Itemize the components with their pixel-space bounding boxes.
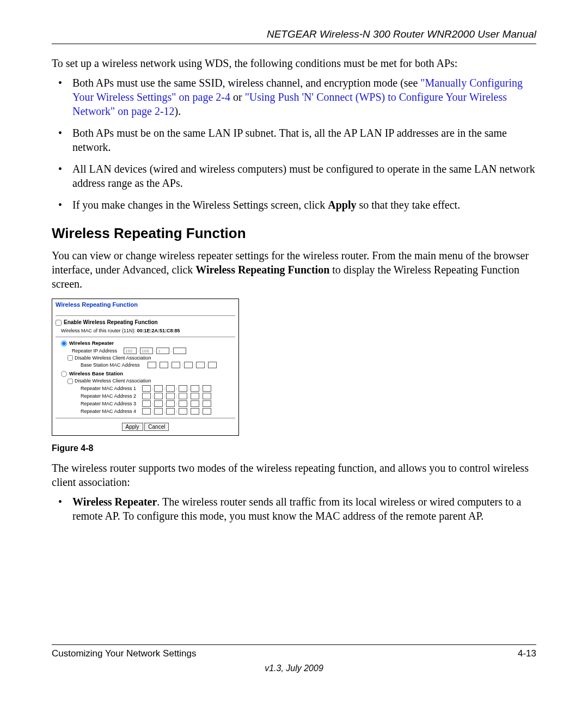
mac-input[interactable]: [154, 408, 163, 415]
bullet-text: Both APs must use the same SSID, wireles…: [72, 77, 420, 89]
mac-input[interactable]: [154, 400, 163, 407]
repeater-mac-row: Repeater MAC Address 1 : : : : :: [81, 385, 235, 392]
footer-version: v1.3, July 2009: [52, 664, 536, 673]
mac-input[interactable]: [191, 400, 199, 407]
repeater-mac-label: Repeater MAC Address 2: [81, 393, 139, 399]
mac-input[interactable]: [166, 393, 175, 399]
ip-octet-input[interactable]: [173, 348, 186, 354]
disable-assoc-label: Disable Wireless Client Association: [75, 378, 151, 384]
list-item: Both APs must be on the same LAN IP subn…: [52, 126, 536, 154]
mac-input[interactable]: [203, 400, 211, 407]
mac-input[interactable]: [208, 362, 217, 368]
mac-input[interactable]: [203, 408, 211, 415]
page-footer: Customizing Your Network Settings 4-13 v…: [52, 644, 536, 673]
section-paragraph: You can view or change wireless repeater…: [52, 248, 536, 291]
disable-assoc-checkbox[interactable]: [68, 379, 73, 384]
base-station-radio-row: Wireless Base Station: [61, 370, 235, 377]
colon-separator: :: [188, 386, 190, 391]
repeater-ip-label: Repeater IP Address: [72, 348, 121, 354]
ip-octet-input[interactable]: 192: [124, 348, 137, 354]
modes-list: Wireless Repeater. The wireless router s…: [52, 495, 536, 523]
mac-input[interactable]: [154, 393, 163, 399]
repeater-radio-label: Wireless Repeater: [69, 340, 114, 346]
ip-octet-input[interactable]: 1: [156, 348, 169, 354]
colon-separator: :: [175, 409, 177, 414]
mac-input[interactable]: [184, 362, 193, 368]
bullet-text: or: [230, 91, 245, 103]
mac-input[interactable]: [191, 385, 199, 392]
dot-separator: .: [137, 348, 139, 353]
mac-input[interactable]: [179, 385, 187, 392]
button-row: Apply Cancel: [56, 423, 235, 431]
mac-input[interactable]: [171, 362, 180, 368]
section-heading: Wireless Repeating Function: [52, 225, 536, 242]
disable-assoc-label: Disable Wireless Client Association: [75, 355, 151, 361]
list-item: Both APs must use the same SSID, wireles…: [52, 76, 536, 118]
list-item: Wireless Repeater. The wireless router s…: [52, 495, 536, 523]
repeater-mac-row: Repeater MAC Address 3 : : : : :: [81, 400, 235, 407]
colon-separator: :: [169, 363, 171, 368]
mac-input[interactable]: [203, 385, 211, 392]
mac-input[interactable]: [142, 400, 151, 407]
colon-separator: :: [163, 409, 166, 414]
router-mac-line: Wireless MAC of this router (11N): 00:1E…: [61, 328, 235, 333]
config-panel: Wireless Repeating Function Enable Wirel…: [52, 299, 239, 436]
colon-separator: :: [157, 363, 159, 368]
mac-input[interactable]: [142, 385, 151, 392]
colon-separator: :: [205, 363, 207, 368]
requirements-list: Both APs must use the same SSID, wireles…: [52, 76, 536, 212]
repeater-mac-label: Repeater MAC Address 4: [81, 409, 139, 414]
apply-button[interactable]: Apply: [122, 423, 143, 431]
mac-input[interactable]: [166, 400, 175, 407]
colon-separator: :: [163, 394, 166, 399]
repeater-mac-label: Repeater MAC Address 3: [81, 401, 139, 406]
colon-separator: :: [200, 386, 202, 391]
bullet-text: If you make changes in the Wireless Sett…: [72, 199, 328, 211]
colon-separator: :: [181, 363, 183, 368]
mac-input[interactable]: [179, 393, 187, 399]
bullet-text: ).: [175, 105, 181, 117]
mode-name: Wireless Repeater: [72, 496, 157, 508]
mac-input[interactable]: [203, 393, 211, 399]
base-mac-row: Base Station MAC Address : : : : :: [81, 362, 235, 368]
intro-paragraph: To set up a wireless network using WDS, …: [52, 56, 536, 70]
mac-input[interactable]: [154, 385, 163, 392]
mac-input[interactable]: [160, 362, 168, 368]
enable-label: Enable Wireless Repeating Function: [64, 319, 158, 325]
mac-input[interactable]: [196, 362, 205, 368]
colon-separator: :: [200, 394, 202, 399]
dot-separator: .: [154, 348, 156, 353]
footer-page-number: 4-13: [518, 648, 536, 659]
mac-input[interactable]: [191, 393, 199, 399]
colon-separator: :: [151, 386, 154, 391]
mac-input[interactable]: [179, 408, 187, 415]
footer-divider: [52, 644, 536, 645]
list-item: If you make changes in the Wireless Sett…: [52, 198, 536, 212]
mac-input[interactable]: [148, 362, 156, 368]
cancel-button[interactable]: Cancel: [144, 423, 169, 431]
enable-checkbox[interactable]: [56, 320, 62, 326]
mac-label: Wireless MAC of this router (11N):: [61, 328, 137, 333]
repeater-mac-row: Repeater MAC Address 2 : : : : :: [81, 393, 235, 399]
mac-input[interactable]: [166, 385, 175, 392]
enable-function-row: Enable Wireless Repeating Function: [56, 319, 235, 326]
mac-input[interactable]: [142, 408, 151, 415]
repeater-radio[interactable]: [61, 340, 67, 346]
menu-item-name: Wireless Repeating Function: [195, 264, 329, 276]
base-mac-label: Base Station MAC Address: [81, 362, 145, 368]
colon-separator: :: [151, 394, 154, 399]
repeater-radio-row: Wireless Repeater: [61, 340, 235, 346]
mac-input[interactable]: [191, 408, 199, 415]
base-station-radio[interactable]: [61, 371, 67, 377]
base-station-radio-label: Wireless Base Station: [69, 370, 123, 376]
panel-divider: [56, 337, 235, 337]
mac-value: 00:1E:2A:51:C8:85: [137, 328, 180, 333]
colon-separator: :: [151, 409, 154, 414]
mac-input[interactable]: [166, 408, 175, 415]
document-header-title: NETGEAR Wireless-N 300 Router WNR2000 Us…: [52, 28, 536, 40]
mac-input[interactable]: [142, 393, 151, 399]
colon-separator: :: [200, 409, 202, 414]
disable-assoc-checkbox[interactable]: [68, 355, 73, 361]
ip-octet-input[interactable]: 168: [140, 348, 153, 354]
mac-input[interactable]: [179, 400, 187, 407]
